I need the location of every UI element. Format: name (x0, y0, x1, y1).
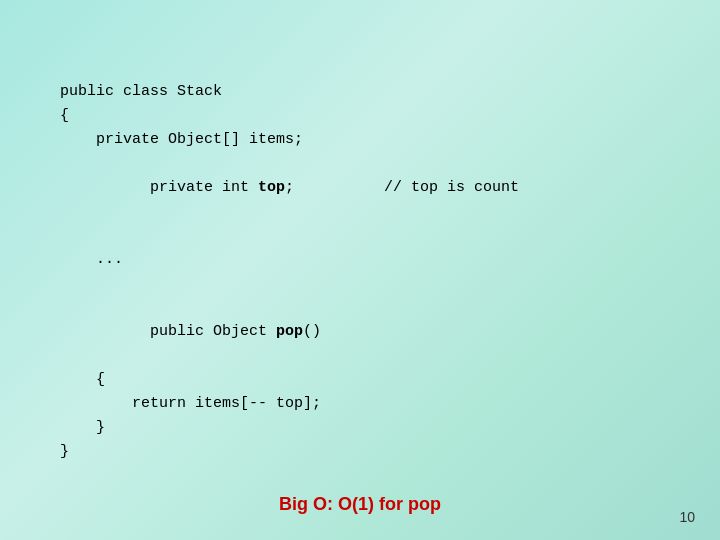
code-line-2: { (60, 104, 660, 128)
code-line-12: } (60, 440, 660, 464)
code-line-4-post: ; (285, 179, 294, 196)
slide-content: public class Stack { private Object[] it… (60, 80, 660, 480)
code-line-10: return items[-- top]; (60, 392, 660, 416)
code-line-9: { (60, 368, 660, 392)
code-line-11: } (60, 416, 660, 440)
code-line-4-pre: private int (114, 179, 258, 196)
code-line-7 (60, 272, 660, 296)
code-block: public class Stack { private Object[] it… (60, 80, 660, 464)
code-line-6: ... (60, 248, 660, 272)
page-number: 10 (679, 509, 695, 525)
code-line-8: public Object pop() (60, 296, 660, 368)
code-line-8-bold: pop (276, 323, 303, 340)
code-line-8-post: () (303, 323, 321, 340)
code-line-4-bold: top (258, 179, 285, 196)
code-line-1: public class Stack (60, 80, 660, 104)
code-line-8-pre: public Object (114, 323, 276, 340)
code-line-4-comment: // top is count (294, 179, 519, 196)
code-line-5 (60, 224, 660, 248)
slide-caption: Big O: O(1) for pop (60, 494, 660, 515)
code-line-3: private Object[] items; (60, 128, 660, 152)
code-line-4: private int top; // top is count (60, 152, 660, 224)
